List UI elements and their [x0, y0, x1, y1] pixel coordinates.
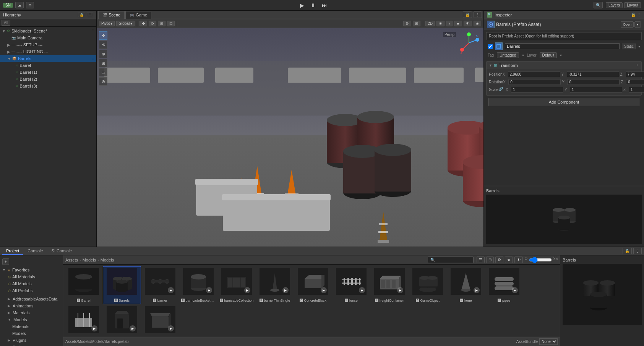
inspector-more-icon[interactable]: ⋮: [637, 13, 641, 17]
pos-x-input[interactable]: [508, 71, 560, 77]
scene-menu-button[interactable]: ⋮: [474, 11, 482, 18]
scene-tool-transform[interactable]: ⊙: [99, 77, 107, 86]
scene-hidden-button[interactable]: 👁: [464, 21, 472, 26]
asset-eye-button[interactable]: 👁: [514, 257, 523, 263]
freight-play-btn[interactable]: ▶: [397, 287, 403, 293]
proj-plugins[interactable]: ▶ Plugins: [0, 337, 63, 344]
asset-barrel[interactable]: 🅱 Barrel: [65, 266, 103, 304]
hierarchy-lock-button[interactable]: 🔒: [78, 13, 85, 17]
scale-lock-icon[interactable]: 🔗: [498, 87, 503, 93]
asset-grid-view-button[interactable]: ⊞: [486, 257, 494, 263]
favorites-header[interactable]: ▼ ★ Favorites: [0, 266, 63, 273]
pos-z-input[interactable]: [626, 71, 644, 77]
hier-item-camera[interactable]: 📷 Main Camera: [0, 34, 96, 41]
inspector-name-input[interactable]: [505, 43, 620, 49]
inspector-open-button[interactable]: Open: [621, 21, 634, 28]
pos-y-input[interactable]: [567, 71, 619, 77]
tab-si-console[interactable]: SI Console: [48, 247, 76, 255]
tool-move[interactable]: ✥: [140, 21, 147, 26]
hier-item-barrel2[interactable]: ○ Barrel (2): [0, 76, 96, 83]
scene-2d-button[interactable]: 2D: [425, 21, 435, 26]
barricade-collection-play-btn[interactable]: ▶: [244, 287, 250, 293]
bottom-menu-button[interactable]: ⋮: [633, 248, 642, 254]
tab-game[interactable]: 🎮 Game: [125, 11, 151, 19]
tool-rotate[interactable]: ⟳: [149, 21, 156, 26]
bottom-lock-button[interactable]: 🔒: [623, 248, 632, 254]
search-button[interactable]: 🔍: [594, 2, 603, 8]
asset-barricade-bucket[interactable]: ▶ 🅱 barricadeBucketSing...: [179, 266, 217, 304]
scene-tool-hand[interactable]: ✥: [99, 31, 107, 40]
asset-filter-button[interactable]: ⚙: [495, 257, 503, 263]
tool-rect[interactable]: ⊡: [167, 21, 175, 26]
proj-materials[interactable]: ▶ Materials: [0, 309, 63, 316]
transform-cog[interactable]: ⋮: [635, 63, 639, 68]
transform-section-header[interactable]: ▼ ⊞ Transform ⋮: [487, 62, 641, 69]
settings-button[interactable]: ⚙: [26, 2, 34, 8]
asset-list-view-button[interactable]: ☰: [477, 257, 485, 263]
asset-size-slider[interactable]: [529, 257, 552, 263]
tool-scale[interactable]: ⊞: [158, 21, 165, 26]
portable-toilet-play-btn[interactable]: ▶: [130, 325, 136, 331]
proj-animations[interactable]: ▶ Animations: [0, 302, 63, 309]
cloud-button[interactable]: ☁: [15, 2, 24, 8]
pivot-dropdown[interactable]: Pivot ▾: [99, 21, 115, 26]
scene-effects-button[interactable]: ★: [454, 21, 462, 26]
kone-play-btn[interactable]: ▶: [474, 287, 480, 293]
scale-z-input[interactable]: [629, 87, 644, 93]
asset-barrels[interactable]: 🅱 Barrels: [103, 266, 141, 304]
hierarchy-menu-button[interactable]: ⋮: [87, 13, 93, 17]
hierarchy-all-label[interactable]: All: [2, 20, 10, 26]
asset-concrete-block[interactable]: ▶ 🅲 ConcreteBlock: [294, 266, 332, 304]
inspector-static-btn[interactable]: Static: [622, 44, 636, 49]
hier-item-barrel[interactable]: ○ Barrel: [0, 62, 96, 69]
asset-fence[interactable]: ▶ 🅵 fence: [332, 266, 370, 304]
inspector-dropdown-button[interactable]: ▾: [634, 21, 641, 28]
fence-play-btn[interactable]: ▶: [359, 287, 365, 293]
scene-audio-button[interactable]: ♪: [446, 21, 453, 26]
scene-particles-button[interactable]: ◈: [474, 21, 481, 26]
proj-all-prefabs[interactable]: ⊙ All Prefabs: [0, 287, 63, 294]
asset-barrier[interactable]: ▶ 🅱 barrier: [141, 266, 179, 304]
proj-models-models[interactable]: Models: [0, 330, 63, 337]
rot-x-input[interactable]: [508, 79, 561, 85]
hier-item-barrel1[interactable]: ○ Barrel (1): [0, 69, 96, 76]
sn-badge[interactable]: SN: [3, 3, 13, 8]
tab-project[interactable]: Project: [2, 247, 23, 255]
asset-kone[interactable]: ▶ 🅺 kone: [447, 266, 485, 304]
proj-all-materials[interactable]: ⊙ All Materials: [0, 273, 63, 280]
scene-lock-button[interactable]: 🔒: [463, 11, 472, 18]
poles-play-btn[interactable]: ▶: [91, 325, 97, 331]
tab-console[interactable]: Console: [24, 247, 47, 255]
breadcrumb-models2[interactable]: Models: [101, 258, 114, 262]
scene-gizmo-button[interactable]: ⊞: [413, 21, 420, 26]
trash-container-play-btn[interactable]: ▶: [168, 325, 174, 331]
proj-prefabs[interactable]: ▶ Prefabs: [0, 344, 63, 346]
pipes-play-btn[interactable]: ▶: [512, 287, 518, 293]
asset-star-button[interactable]: ★: [505, 257, 513, 263]
global-dropdown[interactable]: Global ▾: [116, 21, 135, 26]
scale-x-input[interactable]: [511, 87, 563, 93]
scene-tool-rect2[interactable]: ▭: [99, 68, 107, 76]
asset-portable-toilet[interactable]: ▶ 🅿 portableToilet: [103, 304, 141, 337]
hier-item-barrel3[interactable]: ○ Barrel (3): [0, 83, 96, 89]
pause-button[interactable]: ⏸: [309, 2, 317, 9]
barrier-play-btn[interactable]: ▶: [168, 287, 174, 293]
asset-gameobject[interactable]: 🅶 GameObject: [409, 266, 447, 304]
inspector-static-arrow[interactable]: ▾: [638, 44, 640, 49]
barrels-extra-btn[interactable]: ⋮: [91, 57, 95, 60]
barricade-bucket-play-btn[interactable]: ▶: [206, 287, 212, 293]
inspector-lock-icon[interactable]: 🔒: [631, 13, 636, 17]
asset-trash-container[interactable]: ▶ 🅣 trashContainer: [141, 304, 179, 337]
asset-freight[interactable]: ▶ 🅵 freightContainer: [370, 266, 409, 304]
breadcrumb-assets[interactable]: Assets: [65, 258, 78, 262]
layer-value[interactable]: Default: [540, 52, 557, 58]
add-component-button[interactable]: Add Component: [488, 98, 639, 106]
scene-view[interactable]: + ✥ ⟲ ⊕ ⊞ ▭ ⊙ Persp X: [97, 28, 483, 247]
scene-extra-btn[interactable]: ⋮: [91, 29, 95, 33]
barrier-thin-play-btn[interactable]: ▶: [282, 287, 289, 293]
scale-y-input[interactable]: [570, 87, 622, 93]
rot-z-input[interactable]: [626, 79, 644, 85]
layout-dropdown[interactable]: Layout: [624, 2, 641, 8]
layers-dropdown[interactable]: Layers: [606, 2, 623, 8]
proj-models-materials[interactable]: Materials: [0, 323, 63, 330]
